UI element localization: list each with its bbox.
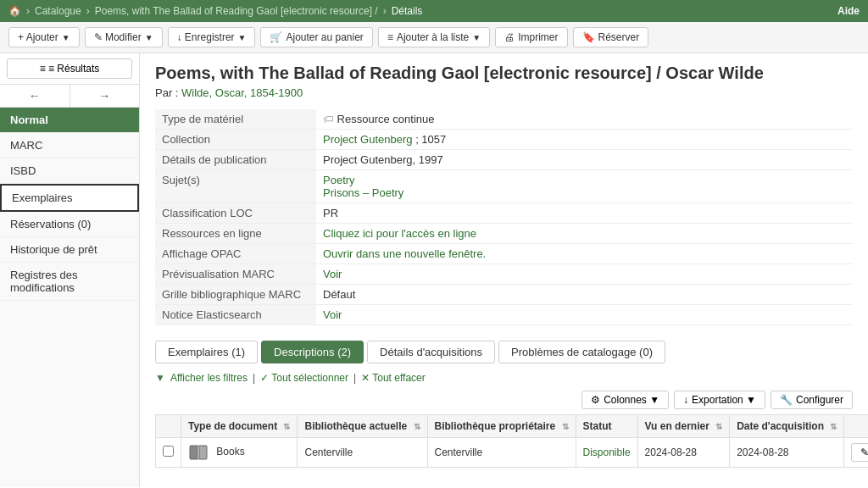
sidebar-item-registres[interactable]: Registres des modifications [0, 263, 139, 301]
breadcrumb-details: Détails [392, 5, 423, 17]
biblio-actuelle-header[interactable]: Bibliothèque actuelle ⇅ [298, 415, 427, 438]
breadcrumb-catalogue[interactable]: Catalogue [35, 5, 81, 17]
aide-link[interactable]: Aide [837, 5, 860, 17]
configurer-button[interactable]: 🔧 Configurer [771, 391, 853, 409]
save-label: ↓ Enregistrer [177, 31, 235, 43]
detail-value-grille: Défaut [316, 285, 853, 305]
detail-value-ressources: Cliquez ici pour l'accès en ligne [316, 224, 853, 244]
detail-row-type: Type de matériel 🏷 Ressource continue [155, 109, 853, 130]
exportation-label: Exportation ▼ [692, 394, 756, 406]
row-modify-button[interactable]: ✎ Modifier [851, 443, 868, 462]
afficher-filtres-link[interactable]: Afficher les filtres [170, 372, 248, 384]
reserve-button[interactable]: 🔖 Réserver [573, 27, 649, 47]
table-row: Books Centerville Centerville Disponible… [156, 438, 869, 468]
add-button[interactable]: + Ajouter ▼ [8, 27, 80, 47]
row-statut: Disponible [576, 438, 637, 468]
configurer-label: Configurer [796, 394, 843, 406]
sidebar-item-marc[interactable]: MARC [0, 133, 139, 158]
row-biblio-actuelle: Centerville [298, 438, 427, 468]
tout-selectionner-link[interactable]: ✓ Tout sélectionner [260, 372, 348, 384]
gear-icon: ⚙ [591, 394, 600, 406]
table-toolbar: ⚙ Colonnes ▼ ↓ Exportation ▼ 🔧 Configure… [155, 391, 853, 409]
add-label: + Ajouter [18, 31, 58, 43]
reserve-label: Réserver [598, 31, 640, 43]
print-icon: 🖨 [504, 31, 515, 43]
detail-value-publication: Project Gutenberg, 1997 [316, 150, 853, 170]
save-button[interactable]: ↓ Enregistrer ▼ [168, 27, 256, 47]
ressources-link[interactable]: Cliquez ici pour l'accès en ligne [323, 227, 476, 240]
list-icon: ≡ [387, 31, 393, 43]
checkbox-header [156, 415, 181, 438]
detail-value-opac: Ouvrir dans une nouvelle fenêtre. [316, 244, 853, 264]
collection-link[interactable]: Project Gutenberg [323, 133, 413, 146]
detail-value-previsualisation: Voir [316, 264, 853, 285]
detail-value-type: 🏷 Ressource continue [316, 109, 853, 130]
cart-icon: 🛒 [270, 31, 282, 43]
tab-acquisitions[interactable]: Détails d'acquisitions [367, 341, 495, 363]
svg-rect-0 [190, 446, 198, 459]
detail-row-previsualisation: Prévisualisation MARC Voir [155, 264, 853, 285]
home-icon[interactable]: 🏠 [8, 5, 21, 17]
detail-value-classification: PR [316, 203, 853, 224]
results-button[interactable]: ≡ ≡ Résultats [7, 58, 132, 79]
detail-value-sujet: Poetry Prisons – Poetry [316, 170, 853, 203]
sidebar-nav: Normal MARC ISBD Exemplaires Réservation… [0, 108, 139, 487]
detail-label-opac: Affichage OPAC [155, 244, 316, 264]
detail-row-ressources: Ressources en ligne Cliquez ici pour l'a… [155, 224, 853, 244]
filter-icon: ▼ [155, 372, 165, 384]
sidebar-item-isbd[interactable]: ISBD [0, 158, 139, 184]
record-title: Poems, with The Ballad of Reading Gaol [… [155, 64, 853, 83]
list-button[interactable]: ≡ Ajouter à la liste ▼ [378, 27, 490, 47]
modify-label: ✎ Modifier [94, 31, 142, 43]
row-type-doc-text: Books [216, 446, 244, 458]
cart-label: Ajouter au panier [286, 31, 363, 43]
print-button[interactable]: 🖨 Imprimer [495, 27, 567, 47]
author-link[interactable]: Wilde, Oscar, 1854-1900 [181, 86, 303, 99]
detail-row-elasticsearch: Notice Elasticsearch Voir [155, 305, 853, 325]
svg-rect-1 [199, 446, 207, 459]
previsualisation-link[interactable]: Voir [323, 268, 342, 280]
add-arrow: ▼ [62, 33, 70, 42]
list-label: Ajouter à la liste [397, 31, 469, 43]
details-table: Type de matériel 🏷 Ressource continue Co… [155, 109, 853, 325]
type-doc-header[interactable]: Type de document ⇅ [181, 415, 298, 438]
row-type-doc: Books [181, 438, 298, 468]
main-content: Poems, with The Ballad of Reading Gaol [… [140, 53, 868, 487]
breadcrumb-record[interactable]: Poems, with The Ballad of Reading Gaol [… [95, 5, 378, 17]
sidebar-item-reservations[interactable]: Réservations (0) [0, 212, 139, 237]
results-bar: ≡ ≡ Résultats [0, 53, 139, 85]
wrench-icon: 🔧 [780, 394, 793, 406]
detail-label-ressources: Ressources en ligne [155, 224, 316, 244]
tout-effacer-link[interactable]: ✕ Tout effacer [361, 372, 426, 384]
sujet-poetry-link[interactable]: Poetry [323, 174, 355, 186]
prev-button[interactable]: ← [0, 85, 70, 107]
row-actions: ✎ Modifier [844, 438, 868, 468]
tab-descriptions[interactable]: Descriptions (2) [261, 341, 364, 363]
colonnes-button[interactable]: ⚙ Colonnes ▼ [581, 391, 669, 409]
colonnes-label: Colonnes ▼ [604, 394, 659, 406]
actions-header [844, 415, 868, 438]
exportation-button[interactable]: ↓ Exportation ▼ [674, 391, 765, 409]
list-arrow: ▼ [472, 33, 481, 42]
statut-header: Statut [576, 415, 637, 438]
sujet-prisons-link[interactable]: Prisons – Poetry [323, 186, 403, 199]
tab-exemplaires[interactable]: Exemplaires (1) [155, 341, 258, 363]
vu-dernier-header[interactable]: Vu en dernier ⇅ [637, 415, 730, 438]
row-checkbox[interactable] [163, 446, 174, 457]
sidebar-item-historique[interactable]: Historique de prêt [0, 237, 139, 263]
next-button[interactable]: → [70, 85, 140, 107]
tabs-row: Exemplaires (1) Descriptions (2) Détails… [155, 341, 853, 363]
modify-button[interactable]: ✎ Modifier ▼ [85, 27, 163, 47]
nav-arrows: ← → [0, 85, 139, 108]
date-acquisition-header[interactable]: Date d'acquisition ⇅ [730, 415, 844, 438]
sidebar-item-exemplaires[interactable]: Exemplaires [0, 184, 139, 212]
opac-link[interactable]: Ouvrir dans une nouvelle fenêtre. [323, 247, 486, 260]
tab-catalogage[interactable]: Problèmes de catalogage (0) [498, 341, 665, 363]
cart-button[interactable]: 🛒 Ajouter au panier [260, 27, 372, 47]
modify-arrow: ▼ [145, 33, 153, 42]
sidebar-item-normal[interactable]: Normal [0, 108, 139, 133]
row-biblio-proprio: Centerville [427, 438, 576, 468]
detail-label-classification: Classification LOC [155, 203, 316, 224]
elasticsearch-link[interactable]: Voir [323, 308, 342, 321]
biblio-proprio-header[interactable]: Bibliothèque propriétaire ⇅ [427, 415, 576, 438]
